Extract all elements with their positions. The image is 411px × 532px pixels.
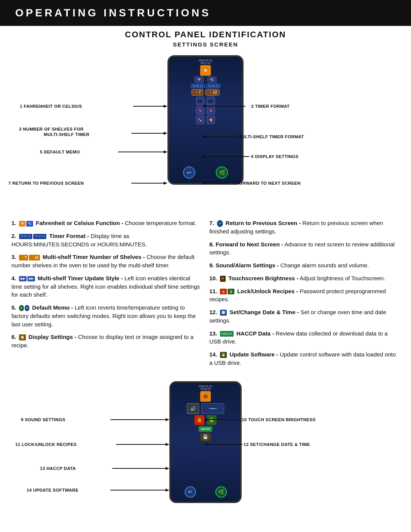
item-6: 6. 📋 Display Settings - Choose to displa… — [11, 333, 202, 350]
label-shelves: 3 NUMBER OF SHELVES FOR — [19, 127, 84, 131]
device2-update-icon: 💾 — [201, 433, 210, 441]
small-icon-3: 🔖 — [196, 106, 204, 115]
back-btn[interactable]: ↩ — [183, 166, 195, 179]
device2-back-btn[interactable]: ↩ — [185, 486, 196, 498]
item4-icons: ▶▶ ▶▶ — [19, 276, 35, 281]
page-title: OPERATING INSTRUCTIONS — [15, 7, 396, 19]
device2-haccp-icon: HACCP — [199, 426, 213, 432]
timer-box-2: 00:00:15 — [206, 84, 220, 88]
item7-icon: ↩ — [217, 220, 223, 227]
device2-bottom-nav: ↩ 🌿 — [171, 486, 240, 498]
item4-icon-2: ▶▶ — [27, 276, 35, 281]
device2-slider: ━━●━━ — [201, 403, 224, 414]
item13-icon: HACCP — [220, 331, 234, 337]
shelf-btn-10[interactable]: 🔸10 — [206, 89, 220, 96]
item14-icon: 💾 — [220, 352, 227, 358]
item4-bold: Multi-shelf Timer Update Style - — [38, 275, 123, 281]
device-date: 2015-01-3116:17:12 — [199, 59, 212, 64]
item9-num: 9. — [209, 262, 214, 268]
item13-num: 13. — [209, 330, 217, 337]
device-small-row-3: 🍗 🍕 — [196, 116, 215, 124]
device2-update-row: 💾 — [201, 433, 210, 441]
item-1: 1. °F °C Fahrenheit or Celsius Function … — [11, 219, 202, 227]
item5-bold: Default Memo - — [32, 304, 73, 311]
item3-icons: 🔸7 🔸10 — [19, 255, 40, 260]
item11-icon-1: 🔒 — [220, 289, 227, 295]
label2-update: 14 UPDATE SOFTWARE — [27, 488, 78, 492]
label-timer: 2 TIMER FORMAT — [251, 104, 290, 109]
item11-icons: 🔒 🔓 — [220, 289, 234, 295]
celsius-btn[interactable]: °C — [207, 77, 217, 83]
device-timer-row: 00:00:15 00:00:15 — [191, 84, 221, 88]
item3-icon-2: 🔸10 — [29, 255, 40, 260]
item10-bold: Touchscreen Brightness - — [228, 275, 298, 281]
item1-text: Choose temperature format. — [125, 220, 196, 226]
item4-icon-1: ▶▶ — [19, 276, 27, 281]
item-10: 10. ☀ Touchscreen Brightness - Adjust br… — [209, 274, 400, 283]
small-icon-4: 🔖 — [207, 106, 215, 115]
page-header: OPERATING INSTRUCTIONS — [0, 0, 411, 26]
item-11: 11. 🔒 🔓 Lock/Unlock Recipes - Password p… — [209, 287, 400, 304]
item1-num: 1. — [11, 220, 16, 226]
item14-num: 14. — [209, 351, 217, 358]
item2-icon-2: 00:00:15 — [33, 234, 46, 239]
device2-sound-icon: 🔊 — [187, 403, 199, 414]
small-icon-6: 🍕 — [207, 116, 215, 124]
item-8: 8. Forward to Next Screen - Advance to n… — [209, 240, 400, 257]
device2-unlock-icon: 🔓 — [207, 415, 217, 425]
device2-lock-icon: 🔒 — [194, 415, 204, 425]
item5-icon-2: ● — [25, 305, 30, 311]
label-memo: 5 DEFAULT MEMO — [40, 150, 80, 154]
item10-num: 10. — [209, 275, 217, 281]
item2-bold: Timer Format - — [49, 233, 89, 239]
shelf-btn-7[interactable]: 🔸7 — [191, 89, 204, 96]
col-right: 7. ↩ Return to Previous Screen - Return … — [209, 219, 400, 372]
small-icon-1: ▶▶ — [196, 97, 204, 105]
small-icon-5: 🍗 — [196, 116, 204, 124]
svg-marker-3 — [164, 132, 167, 135]
item1-icon-c: °C — [26, 221, 33, 227]
device-temp-row: °F °C — [194, 77, 216, 83]
item-3: 3. 🔸7 🔸10 Multi-shelf Timer Number of Sh… — [11, 253, 202, 270]
item1-icons: °F °C — [19, 221, 33, 227]
forward-btn[interactable]: 🌿 — [216, 166, 228, 179]
item12-icon: 🕐 — [220, 310, 227, 316]
svg-marker-23 — [166, 489, 169, 492]
device-shelf-row: 🔸7 🔸10 — [191, 89, 220, 96]
item7-num: 7. — [209, 220, 214, 226]
label2-sound: 9 SOUND SETTINGS — [21, 417, 65, 422]
item8-num: 8. — [209, 241, 214, 248]
fahrenheit-btn[interactable]: °F — [194, 77, 203, 83]
label-return: 7 RETURN TO PREVIOUS SCREEN — [8, 181, 84, 185]
col-left: 1. °F °C Fahrenheit or Celsius Function … — [11, 219, 202, 372]
item9-bold: Sound/Alarm Settings - — [216, 262, 279, 268]
device2-screen: 2015-01-3115:00:25 ⚙ 🔊 ━━●━━ 🔒 🔓 HACCP 💾 — [171, 383, 240, 502]
section-title: CONTROL PANEL IDENTIFICATION SETTINGS SC… — [0, 30, 411, 48]
item-5: 5. ● ● Default Memo - Left icon reverts … — [11, 304, 202, 328]
item5-num: 5. — [11, 304, 16, 311]
diagram2: 2015-01-3115:00:25 ⚙ 🔊 ━━●━━ 🔒 🔓 HACCP 💾 — [0, 379, 411, 528]
item6-bold: Display Settings - — [29, 334, 76, 340]
item-12: 12. 🕐 Set/Change Date & Time - Set or ch… — [209, 308, 400, 325]
item7-bold: Return to Previous Screen - — [226, 220, 301, 226]
item-2: 2. 00:00:15 00:00:15 Timer Format - Disp… — [11, 232, 202, 249]
item5-icons: ● ● — [19, 305, 30, 311]
item10-icon: ☀ — [220, 276, 226, 282]
device2-haccp-row: HACCP — [199, 426, 213, 432]
item12-bold: Set/Change Date & Time - — [229, 309, 299, 315]
label-fahrenheit: 1 FAHRENHEIT OR CELSIUS — [20, 104, 82, 109]
item1-icon-f: °F — [19, 221, 25, 227]
item-7: 7. ↩ Return to Previous Screen - Return … — [209, 219, 400, 236]
svg-marker-5 — [164, 150, 167, 153]
label2-lock: 11 LOCK/UNLOCK RECIPES — [15, 442, 76, 447]
device-screen: 2015-01-3116:17:12 ⚙ °F °C 00:00:15 00:0… — [169, 57, 242, 183]
small-icon-2: ▶▶ — [207, 97, 215, 105]
svg-marker-17 — [166, 418, 169, 421]
device2-top-icons: ⚙ — [200, 391, 211, 402]
item12-num: 12. — [209, 309, 217, 315]
device2-forward-btn[interactable]: 🌿 — [215, 486, 227, 498]
item11-text: Password protect preprogrammed recipes. — [209, 288, 386, 303]
item6-num: 6. — [11, 334, 16, 340]
item-9: 9. Sound/Alarm Settings - Change alarm s… — [209, 261, 400, 270]
svg-marker-21 — [166, 467, 169, 470]
